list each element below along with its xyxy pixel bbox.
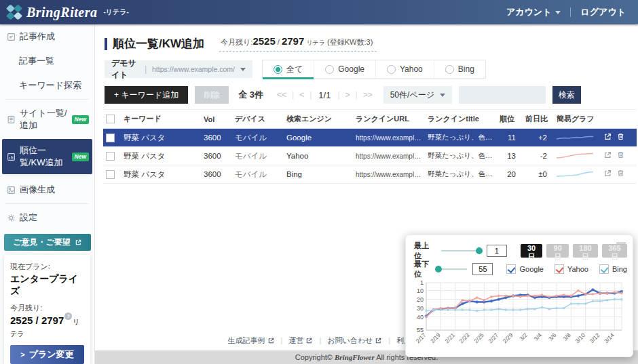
sidebar-item-label: 設定 xyxy=(20,211,37,224)
trash-icon xyxy=(616,169,625,178)
sidebar-divider xyxy=(5,99,89,100)
sidebar-item-6[interactable]: 設定 xyxy=(0,205,94,230)
app-header: BringRitera -リテラ- アカウント ログアウト xyxy=(0,0,638,24)
spark-cell xyxy=(554,165,599,184)
svg-text:55: 55 xyxy=(417,327,424,333)
sidebar-item-1[interactable]: 記事一覧 xyxy=(0,49,94,73)
logout-button[interactable]: ログアウト xyxy=(580,6,626,18)
new-badge: New xyxy=(72,153,89,161)
table-header-row: キーワードVolデバイス検索エンジンランクインURLランクインtitle順位前日… xyxy=(103,110,637,129)
page-prev-button[interactable]: < xyxy=(295,90,308,100)
checkbox-icon xyxy=(506,264,516,274)
usage-summary: 今月残り:2525 / 2797 リテラ (登録KW数:3) xyxy=(219,35,377,52)
column-header-4: ランクインURL xyxy=(353,110,425,129)
table-row[interactable]: 野菜 パスタ3600モバイルYahoohttps://www.example.c… xyxy=(103,147,637,165)
column-header-8: 簡易グラフ xyxy=(554,110,599,129)
row-checkbox[interactable] xyxy=(106,134,115,142)
radio-icon xyxy=(274,65,282,74)
feedback-label: ご意見・ご要望 xyxy=(13,237,71,248)
sidebar-item-label: 記事作成 xyxy=(20,31,55,43)
period-button-1[interactable]: 90日 xyxy=(546,244,569,258)
actions-cell xyxy=(599,129,637,147)
period-button-0[interactable]: 30日 xyxy=(521,244,543,258)
footer-link-label: お問い合わせ xyxy=(327,336,373,346)
chevron-right-icon: > xyxy=(20,350,24,359)
page-last-button[interactable]: >> xyxy=(359,90,377,100)
sparkline xyxy=(557,169,593,178)
external-link-icon xyxy=(603,150,612,159)
settings-icon xyxy=(7,214,16,222)
engine-filter-option-0[interactable]: 全て xyxy=(263,60,314,78)
sidebar-item-4[interactable]: 順位一覧/KW追加New xyxy=(2,139,92,174)
external-link-icon xyxy=(305,337,313,344)
sidebar-item-label: 画像生成 xyxy=(20,184,55,196)
account-menu[interactable]: アカウント xyxy=(506,6,561,18)
footer-link-0[interactable]: 生成記事例 xyxy=(228,336,275,346)
engine-filter-option-2[interactable]: Yahoo xyxy=(375,60,434,78)
top-rank-input[interactable] xyxy=(487,245,507,257)
open-page-button[interactable] xyxy=(601,169,614,180)
search-button[interactable]: 検索 xyxy=(552,86,581,104)
site-name: デモサイト xyxy=(111,58,139,81)
column-header-6: 順位 xyxy=(497,110,523,129)
period-button-2[interactable]: 180日 xyxy=(573,244,598,258)
sidebar-divider xyxy=(5,176,89,176)
engine-filter-option-3[interactable]: Bing xyxy=(434,60,485,78)
sidebar-item-label: キーワード探索 xyxy=(19,79,81,92)
search-input[interactable] xyxy=(459,86,546,104)
row-checkbox[interactable] xyxy=(106,170,115,179)
diff-cell: ±0 xyxy=(523,165,554,184)
current-plan-label: 現在プラン: xyxy=(10,262,84,272)
engine-checkbox-bing[interactable]: Bing xyxy=(599,264,627,274)
row-checkbox[interactable] xyxy=(106,152,115,161)
table-row[interactable]: 野菜 パスタ3600モバイルGooglehttps://www.example.… xyxy=(103,129,637,147)
slider-knob[interactable] xyxy=(476,247,483,254)
engine-checkbox-label: Bing xyxy=(612,265,627,273)
footer-separator: | xyxy=(281,336,283,344)
minimize-panel-button[interactable]: — xyxy=(616,237,626,247)
feedback-button[interactable]: ご意見・ご要望 xyxy=(4,234,91,251)
add-keyword-button[interactable]: + キーワード追加 xyxy=(105,86,188,104)
sidebar-item-5[interactable]: 画像生成 xyxy=(0,178,94,202)
sidebar-item-label: 順位一覧/KW追加 xyxy=(20,144,68,169)
sidebar: 記事作成記事一覧キーワード探索サイト一覧/追加New順位一覧/KW追加New画像… xyxy=(0,24,95,364)
engine-filter-label: Bing xyxy=(458,64,474,74)
keyword-table: キーワードVolデバイス検索エンジンランクインURLランクインtitle順位前日… xyxy=(103,109,637,184)
engine-filter-option-1[interactable]: Google xyxy=(314,60,375,78)
page-size-dropdown[interactable]: 50件/ページ xyxy=(383,86,452,104)
sidebar-item-0[interactable]: 記事作成 xyxy=(0,24,94,49)
help-icon[interactable]: ? xyxy=(64,312,72,320)
footer-link-1[interactable]: 運営 xyxy=(288,336,313,346)
page-indicator: 1/1 xyxy=(313,90,336,100)
bottom-rank-label: 最下位 xyxy=(414,259,431,279)
delete-row-button[interactable] xyxy=(614,132,627,143)
delete-row-button[interactable] xyxy=(614,169,627,180)
bottom-rank-slider[interactable] xyxy=(436,268,468,270)
open-page-button[interactable] xyxy=(601,150,614,161)
svg-text:40: 40 xyxy=(417,314,424,321)
delete-row-button[interactable] xyxy=(614,150,627,161)
vol-cell: 3600 xyxy=(201,165,232,184)
total-count: 全 3件 xyxy=(238,89,263,101)
device-cell: モバイル xyxy=(232,147,284,165)
svg-text:2/21: 2/21 xyxy=(443,331,456,344)
change-plan-button[interactable]: >プラン変更 xyxy=(10,345,84,364)
page-next-button[interactable]: > xyxy=(341,90,354,100)
bottom-rank-input[interactable] xyxy=(472,263,493,275)
sidebar-item-2[interactable]: キーワード探索 xyxy=(0,73,94,98)
page-first-button[interactable]: << xyxy=(273,90,290,100)
site-selector-dropdown[interactable]: デモサイト | https://www.example.com/ xyxy=(105,60,252,78)
select-all-checkbox[interactable] xyxy=(106,115,115,123)
engine-checkbox-yahoo[interactable]: Yahoo xyxy=(555,264,588,274)
engine-checkbox-google[interactable]: Google xyxy=(506,264,543,274)
rank-chart-panel: — 最上位 30日90日180日365日 最下位 GoogleYahooBing… xyxy=(405,235,633,357)
open-page-button[interactable] xyxy=(601,132,614,143)
sidebar-divider xyxy=(5,203,89,204)
sidebar-item-3[interactable]: サイト一覧/追加New xyxy=(0,101,94,138)
top-rank-slider[interactable] xyxy=(441,250,481,251)
actions-cell xyxy=(599,165,637,184)
footer-link-2[interactable]: お問い合わせ xyxy=(327,336,382,346)
svg-text:2/23: 2/23 xyxy=(458,331,471,344)
table-row[interactable]: 野菜 パスタ3600モバイルBinghttps://www.example.co… xyxy=(103,165,637,184)
slider-knob[interactable] xyxy=(435,266,442,272)
